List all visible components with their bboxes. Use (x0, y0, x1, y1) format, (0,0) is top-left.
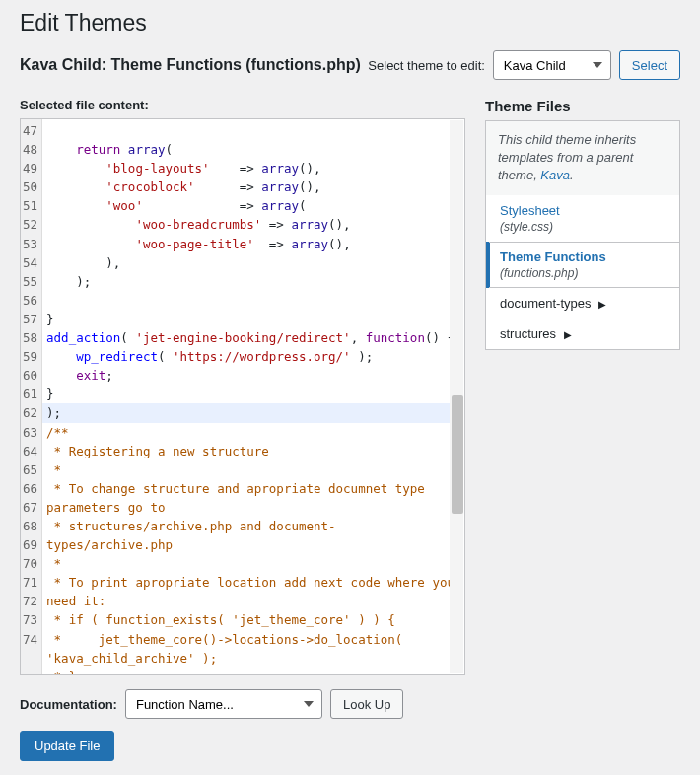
documentation-label: Documentation: (20, 697, 117, 712)
scrollbar-thumb[interactable] (452, 395, 463, 514)
theme-select[interactable]: Kava Child (493, 50, 611, 80)
file-title: Kava Child: Theme Functions (functions.p… (20, 56, 361, 74)
selected-file-label: Selected file content: (20, 98, 465, 112)
chevron-right-icon: ▶ (564, 329, 572, 340)
inherits-notice: This child theme inherits templates from… (486, 121, 679, 195)
code-content[interactable]: return array( 'blog-layouts' => array(),… (42, 119, 464, 674)
documentation-select[interactable]: Function Name... (125, 689, 322, 719)
file-item-functions[interactable]: Theme Functions (functions.php) (486, 242, 679, 288)
theme-files-sidebar: This child theme inherits templates from… (485, 120, 680, 350)
code-editor[interactable]: 4748495051525354555657585960616263646566… (20, 118, 465, 675)
select-theme-label: Select theme to edit: (368, 58, 485, 73)
page-title: Edit Themes (20, 10, 680, 36)
chevron-right-icon: ▶ (598, 299, 606, 310)
theme-files-heading: Theme Files (485, 98, 680, 114)
select-button[interactable]: Select (619, 50, 680, 80)
lookup-button[interactable]: Look Up (330, 689, 403, 719)
file-item-structures[interactable]: structures ▶ (486, 318, 679, 349)
file-item-stylesheet[interactable]: Stylesheet (style.css) (486, 195, 679, 242)
parent-theme-link[interactable]: Kava (540, 168, 570, 182)
file-item-document-types[interactable]: document-types ▶ (486, 288, 679, 318)
line-gutter: 4748495051525354555657585960616263646566… (21, 119, 42, 674)
header-row: Kava Child: Theme Functions (functions.p… (20, 50, 680, 80)
update-file-button[interactable]: Update File (20, 731, 114, 761)
